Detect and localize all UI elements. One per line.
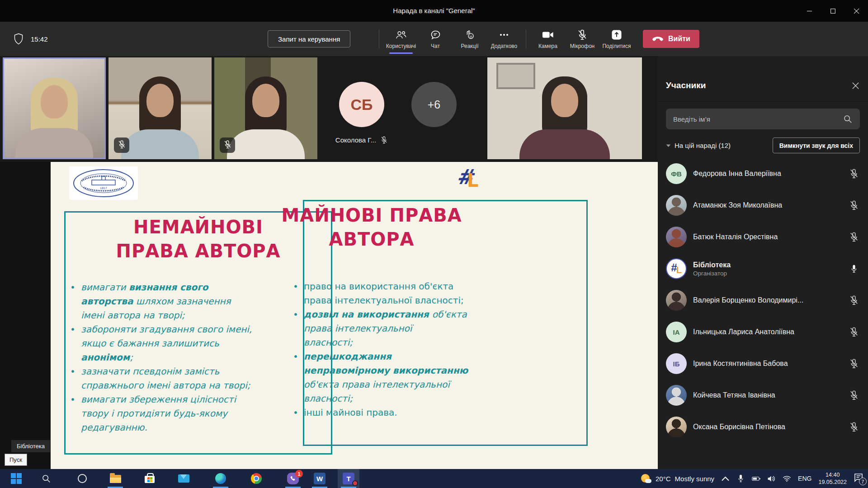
video-tile-active-speaker[interactable] <box>3 57 106 159</box>
volume-icon[interactable] <box>767 474 776 483</box>
language-indicator[interactable]: ENG <box>798 475 811 482</box>
chevron-down-icon <box>666 144 671 147</box>
participant-row[interactable]: ІАІльницька Лариса Анатоліївна <box>658 316 868 348</box>
toolbar-item-chat[interactable]: Чат <box>418 22 453 56</box>
mic-tray-icon[interactable] <box>736 474 745 483</box>
action-center-icon[interactable]: 7 <box>854 473 863 484</box>
mic-muted-icon[interactable] <box>848 390 860 401</box>
reactions-icon <box>464 29 476 41</box>
search-input[interactable] <box>666 109 860 129</box>
mail-icon[interactable] <box>173 469 194 488</box>
file-explorer-icon[interactable] <box>104 469 126 488</box>
close-window-button[interactable] <box>844 0 868 22</box>
mic-on-icon[interactable] <box>848 264 860 274</box>
slide-bullet: •перешкоджання неправомірному використан… <box>293 350 487 406</box>
battery-icon[interactable] <box>752 474 760 483</box>
picture-frame <box>496 63 535 89</box>
mic-muted-icon[interactable] <box>848 327 860 337</box>
chrome-icon[interactable] <box>245 469 267 488</box>
mic-muted-badge <box>114 137 129 153</box>
participant-row[interactable]: Койчева Тетяна Іванівна <box>658 379 868 411</box>
mic-muted-icon[interactable] <box>848 168 860 179</box>
avatar-photo <box>666 195 687 216</box>
video-tile[interactable] <box>108 57 212 159</box>
svg-text:1817: 1817 <box>100 186 107 190</box>
participant-row[interactable]: ІБІрина Костянтинівна Бабова <box>658 348 868 379</box>
taskbar: 1 20°C Mostly sunny ENG 14:40 19.05.2022… <box>0 469 868 488</box>
mic-muted-icon[interactable] <box>848 295 860 306</box>
avatar-tile-initials[interactable]: СБ <box>339 82 384 127</box>
participant-row[interactable]: БібліотекаОрганізатор <box>658 253 868 284</box>
participant-row[interactable]: Атаманюк Зоя Миколаївна <box>658 190 868 221</box>
camera-icon <box>542 29 554 41</box>
slide-bullet: •дозвіл на використання об'єкта права ін… <box>293 308 487 350</box>
edge-icon[interactable] <box>210 469 231 488</box>
participant-row[interactable]: Валерія Борщенко Володимирі... <box>658 284 868 316</box>
participant-name: Ільницька Лариса Анатоліївна <box>693 328 842 336</box>
word-icon[interactable] <box>309 469 330 488</box>
university-emblem: 1817 <box>69 166 138 200</box>
toolbar-item-share[interactable]: Поділитися <box>599 22 634 56</box>
slide-bullet: •інші майнові права. <box>293 406 487 420</box>
mic-muted-icon[interactable] <box>848 232 860 242</box>
window-title: Нарада в каналі "General" <box>0 0 868 22</box>
participants-list: ФВФедорова Інна ВалеріївнаАтаманюк Зоя М… <box>658 158 868 443</box>
people-icon <box>395 29 407 41</box>
roster-section-toggle[interactable]: На цій нараді (12) <box>666 142 731 149</box>
avatar-photo <box>666 385 687 406</box>
video-tile[interactable] <box>214 57 317 159</box>
store-icon[interactable] <box>139 469 160 488</box>
mic-muted-badge <box>220 137 235 153</box>
slide-right-bullets: •право на використання об'єкта права інт… <box>293 280 487 420</box>
avatar-tile-label: Соколова Г... <box>316 136 407 144</box>
participant-name: Валерія Борщенко Володимирі... <box>693 296 842 304</box>
start-icon[interactable] <box>5 469 27 488</box>
toolbar-item-camera[interactable]: Камера <box>531 22 565 56</box>
teams-icon[interactable] <box>338 469 359 488</box>
slide-left-bullets: •вимагати визнання свого авторства шляхо… <box>70 280 287 435</box>
mute-all-button[interactable]: Вимкнути звук для всіх <box>773 137 860 153</box>
maximize-button[interactable] <box>821 0 844 22</box>
participant-name: Койчева Тетяна Іванівна <box>693 391 842 399</box>
weather-widget[interactable]: 20°C Mostly sunny <box>641 473 714 484</box>
toolbar-item-mic[interactable]: Мікрофон <box>565 22 599 56</box>
request-control-button[interactable]: Запит на керування <box>268 30 350 47</box>
toolbar-item-more[interactable]: Додатково <box>487 22 521 56</box>
leave-button[interactable]: Вийти <box>643 30 699 48</box>
close-panel-icon[interactable] <box>851 81 860 90</box>
divider <box>526 29 526 48</box>
overflow-participants-badge[interactable]: +6 <box>411 82 457 127</box>
participant-name: Ірина Костянтинівна Бабова <box>693 360 842 368</box>
wifi-icon[interactable] <box>783 474 791 483</box>
chat-icon <box>429 29 441 41</box>
cortana-icon[interactable] <box>71 469 93 488</box>
minimize-button[interactable] <box>797 0 821 22</box>
participant-row[interactable]: Оксана Борисівна Петінова <box>658 411 868 443</box>
participants-panel: Учасники На цій нараді (12) Вимкнути зву… <box>658 56 868 469</box>
participant-row[interactable]: Батюк Наталія Орестівна <box>658 221 868 253</box>
video-tile[interactable] <box>487 57 642 159</box>
search-icon <box>843 114 853 126</box>
clock[interactable]: 14:40 19.05.2022 <box>818 471 847 486</box>
taskbar-preview-tooltip: Бібліотека <box>11 440 50 452</box>
slide-bullet: •забороняти згадування свого імені, якщо… <box>70 322 287 365</box>
security-shield-icon <box>14 33 24 45</box>
mic-muted-icon <box>380 136 388 144</box>
slide-bullet: •зазначати псевдонім замість справжнього… <box>70 365 287 393</box>
weather-icon <box>641 473 651 484</box>
mic-muted-icon[interactable] <box>848 422 860 432</box>
viber-icon[interactable]: 1 <box>282 469 304 488</box>
mic-muted-icon[interactable] <box>848 358 860 369</box>
mic-muted-icon[interactable] <box>848 200 860 211</box>
participant-name: Атаманюк Зоя Миколаївна <box>693 201 842 209</box>
share-icon <box>611 29 623 41</box>
toolbar-item-reactions[interactable]: Реакції <box>453 22 487 56</box>
slide-bullet: •право на використання об'єкта права інт… <box>293 280 487 308</box>
slide-right-title: МАЙНОВІ ПРАВААВТОРА <box>277 204 467 251</box>
participant-row[interactable]: ФВФедорова Інна Валеріївна <box>658 158 868 190</box>
taskbar-search-icon[interactable] <box>35 469 57 488</box>
more-icon <box>498 29 510 41</box>
library-logo <box>456 167 482 194</box>
chevron-up-icon[interactable] <box>721 474 730 483</box>
toolbar-item-people[interactable]: Користувачі <box>384 22 418 56</box>
